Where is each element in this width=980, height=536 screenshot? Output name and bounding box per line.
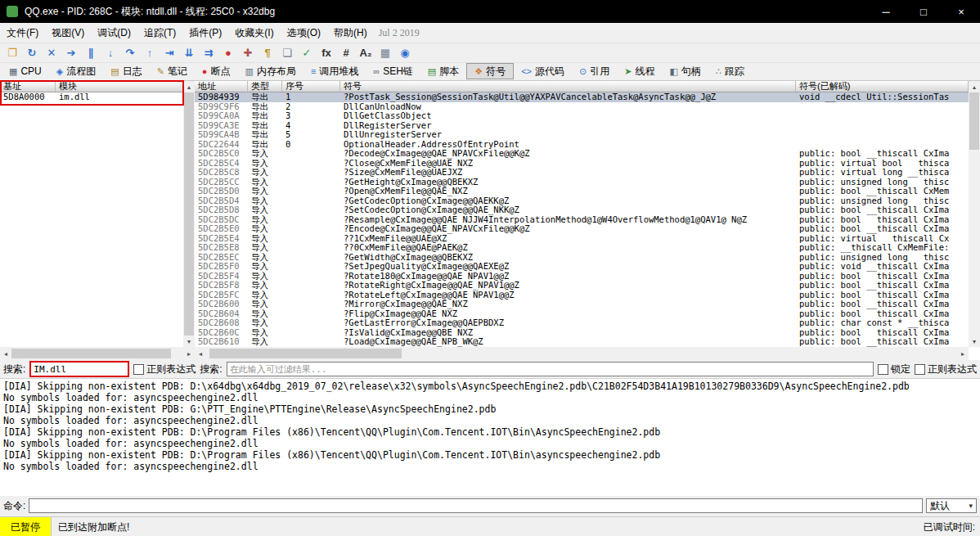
menu-trace[interactable]: 追踪(T) [137,24,182,43]
regex-checkbox-2[interactable]: 正则表达式 [915,363,977,376]
symbol-row[interactable]: 5DC2B5FC导入?RotateLeft@CxImage@@QAE_NPAV1… [195,291,969,300]
patch-icon[interactable]: ✚ [239,44,257,61]
run-to-cursor-icon[interactable]: ⇥ [160,44,178,61]
menu-favourites[interactable]: 收藏夹(I) [228,24,280,43]
symbol-row[interactable]: 5DC2B608导入?GetLastError@CxImage@@QAEPBDX… [195,318,969,328]
command-mode-select[interactable]: 默认 ▾ [926,498,977,513]
scroll-left-icon[interactable]: ◂ [195,347,206,360]
fx-icon[interactable]: fx [317,44,335,61]
modules-vscrollbar[interactable]: ▴ ▾ [183,81,195,347]
column-header[interactable]: 模块 [56,81,183,92]
symbol-row[interactable]: 5D99CA0A导出3DllGetClassObject [195,111,969,121]
hash-icon[interactable]: # [337,44,355,61]
tab-notes[interactable]: ✎笔记 [150,63,195,79]
symbols-hscrollbar[interactable]: ◂ ▸ [195,347,969,360]
menu-debug[interactable]: 调试(D) [91,24,137,43]
symbol-row[interactable]: 5DC2B600导入?Mirror@CxImage@@QAE_NXZpublic… [195,300,969,309]
symbol-row[interactable]: 5DC2B5D8导入?SetCodecOption@CxImage@@QAE_N… [195,205,969,215]
menu-file[interactable]: 文件(F) [0,24,45,43]
scrollbar-thumb[interactable] [209,349,402,358]
regex-checkbox-1[interactable]: 正则表达式 [133,363,196,376]
module-row[interactable]: 5D8A0000im.dll [0,92,183,102]
tab-handles[interactable]: ◧句柄 [662,63,708,79]
symbol-row[interactable]: 5DC2B5C4导入?Close@CxMemFile@@UAE_NXZpubli… [195,159,969,169]
memory-map-icon[interactable]: ▦ [376,44,394,61]
module-search-input[interactable] [29,361,129,377]
menu-view[interactable]: 视图(V) [45,24,91,43]
trace-over-icon[interactable]: ⇉ [200,44,218,61]
scroll-right-icon[interactable]: ▸ [957,347,969,360]
column-header[interactable]: 地址 [195,81,248,92]
symbol-row[interactable]: 5DC2B5E0导入?Encode@CxImage@@QAE_NPAVCxFil… [195,224,969,234]
symbol-search-input[interactable] [227,362,874,376]
breakpoint-icon[interactable]: ● [219,44,237,61]
symbol-row[interactable]: 5DC2B5D4导入?GetCodecOption@CxImage@@QAEKK… [195,196,969,206]
scrollbar-thumb[interactable] [969,92,979,150]
tab-source[interactable]: <>源代码 [514,63,572,79]
scroll-up-icon[interactable]: ▴ [183,81,195,92]
symbol-row[interactable]: 5DC2B5C8导入?Size@CxMemFile@@UAEJXZpublic:… [195,168,969,178]
lock-checkbox[interactable]: 锁定 [878,363,910,376]
symbol-row[interactable]: 5D99CA4B导出5DllUnregisterServer [195,130,969,140]
menu-plugins[interactable]: 插件(P) [182,24,228,43]
font-icon[interactable]: A₂ [357,44,375,61]
symbol-row[interactable]: 5D99CA3E导出4DllRegisterServer [195,121,969,131]
restart-icon[interactable]: ↻ [23,44,41,61]
symbol-row[interactable]: 5DC2B5D0导入?Open@CxMemFile@@QAE_NXZpublic… [195,187,969,196]
tab-threads[interactable]: ➤线程 [617,63,662,79]
step-over-icon[interactable]: ↷ [121,44,139,61]
menu-help[interactable]: 帮助(H) [327,24,374,43]
checkbox-icon[interactable] [133,364,144,375]
symbol-row[interactable]: 5DC2B5EC导入?GetWidth@CxImage@@QBEKXZpubli… [195,253,969,263]
scroll-up-icon[interactable]: ▴ [969,81,980,92]
column-header[interactable]: 符号 [340,81,796,92]
symbol-row[interactable]: 5DC2B5F0导入?SetJpegQuality@CxImage@@QAEXE… [195,262,969,272]
scroll-down-icon[interactable]: ▾ [969,336,980,347]
comment-icon[interactable]: ¶ [258,44,276,61]
step-out-icon[interactable]: ↑ [141,44,159,61]
check-icon[interactable]: ✓ [298,44,316,61]
symbol-row[interactable]: 5D99C9F6导出2DllCanUnloadNow [195,102,969,112]
tab-log[interactable]: ▤日志 [103,63,149,79]
checkbox-icon[interactable] [915,364,925,375]
minimize-button[interactable]: ─ [867,0,905,23]
animate-into-icon[interactable]: ⇊ [180,44,198,61]
scrollbar-thumb[interactable] [11,349,171,358]
symbol-row[interactable]: 5DC2B604导入?Flip@CxImage@@QAE_NXZpublic: … [195,309,969,319]
symbol-row[interactable]: 5DC2B5E4导入??1CxMemFile@@UAE@XZpublic: vi… [195,234,969,244]
symbol-row[interactable]: 5DC2B5DC导入?Resample@CxImage@@QAE_NJJW4In… [195,215,969,225]
symbol-row[interactable]: 5DC2B5C0导入?Decode@CxImage@@QAE_NPAVCxFil… [195,149,969,159]
symbol-row[interactable]: 5DC22644导出0OptionalHeader.AddressOfEntry… [195,140,969,150]
modules-hscrollbar[interactable]: ◂ ▸ [0,347,195,360]
scroll-right-icon[interactable]: ▸ [183,347,195,360]
tab-seh[interactable]: ∞SEH链 [366,63,420,79]
command-input[interactable] [29,498,923,513]
symbols-vscrollbar[interactable]: ▴ ▾ [969,81,980,347]
open-folder-icon[interactable]: ❐ [3,44,21,61]
step-into-icon[interactable]: ↓ [101,44,119,61]
tab-trace-tab[interactable]: ∴跟踪 [708,63,752,79]
close-icon[interactable]: ✕ [43,44,61,61]
scroll-down-icon[interactable]: ▾ [183,336,195,347]
tab-call-stack[interactable]: ≡调用堆栈 [303,63,366,79]
column-header[interactable]: 基址 [0,81,56,92]
tab-memory-map[interactable]: ▥内存布局 [238,63,303,79]
column-header[interactable]: 序号 [282,81,340,92]
tab-graph[interactable]: ◈流程图 [49,63,103,79]
maximize-button[interactable]: □ [905,0,942,23]
checkbox-icon[interactable] [878,364,888,375]
phone-icon[interactable]: ◉ [396,44,414,61]
tab-cpu[interactable]: ▦CPU [2,63,49,79]
tab-references[interactable]: ⊙引用 [572,63,617,79]
tab-script[interactable]: ▤脚本 [420,63,466,79]
column-header[interactable]: 类型 [248,81,282,92]
column-header[interactable]: 符号(已解码) [796,81,969,92]
symbol-row[interactable]: 5DC2B5CC导入?GetHeight@CxImage@@QBEKXZpubl… [195,178,969,187]
scroll-left-icon[interactable]: ◂ [0,347,11,360]
tab-symbols[interactable]: ❖符号 [466,63,514,79]
symbol-row[interactable]: 5DC2B5F8导入?RotateRight@CxImage@@QAE_NPAV… [195,281,969,291]
close-button[interactable]: × [942,0,980,23]
symbol-row[interactable]: 5DC2B60C导入?IsValid@CxImage@@QBE_NXZpubli… [195,328,969,338]
symbol-row[interactable]: 5D984939导出1?PostTask_Session@SessionTask… [195,92,969,102]
symbol-row[interactable]: 5DC2B5F4导入?Rotate180@CxImage@@QAE_NPAV1@… [195,272,969,282]
